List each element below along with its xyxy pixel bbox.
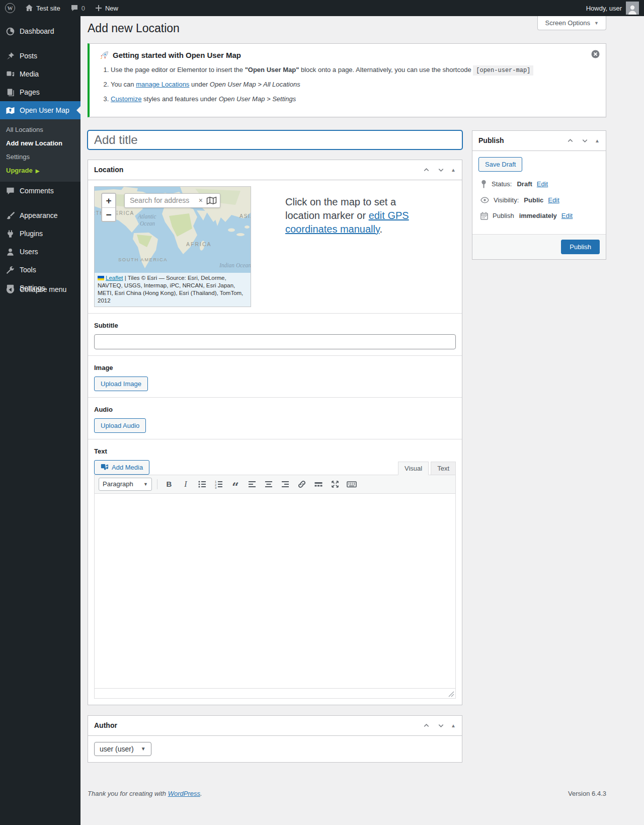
map-section: NORTH AMERICA Atlantic Ocean AFRICA SOUT… (88, 180, 462, 313)
link-icon[interactable] (295, 478, 308, 490)
visibility-eye-icon (480, 197, 489, 203)
location-panel: Location ▲ (88, 160, 462, 705)
tab-text[interactable]: Text (431, 462, 456, 475)
align-left-icon[interactable] (246, 478, 259, 490)
location-map[interactable]: NORTH AMERICA Atlantic Ocean AFRICA SOUT… (94, 186, 251, 307)
keyboard-shortcuts-icon[interactable] (345, 478, 358, 490)
leaflet-link[interactable]: Leaflet (106, 275, 123, 281)
collapse-panel-icon[interactable]: ▲ (451, 167, 456, 173)
sidebar-item-open-user-map[interactable]: Open User Map (0, 101, 80, 119)
upload-image-button[interactable]: Upload Image (94, 377, 148, 391)
chevron-down-icon: ▼ (143, 482, 148, 487)
open-map-icon[interactable] (206, 196, 217, 205)
admin-bar-account[interactable]: Howdy, user (586, 2, 644, 15)
submenu-settings[interactable]: Settings (0, 150, 80, 164)
bullet-list-icon[interactable] (196, 478, 209, 490)
bold-button[interactable]: B (163, 478, 176, 490)
manage-locations-link[interactable]: manage Locations (136, 81, 189, 88)
wordpress-link[interactable]: WordPress (168, 790, 200, 797)
customize-link[interactable]: Customize (111, 95, 141, 103)
collapse-panel-icon[interactable]: ▲ (451, 723, 456, 728)
editor-toolbar: Paragraph ▼ B I 123 (95, 475, 455, 494)
comments-bubble-icon (70, 4, 78, 12)
submenu-all-locations[interactable]: All Locations (0, 123, 80, 136)
visibility-value: Public (524, 196, 543, 204)
sidebar-collapse-menu[interactable]: Collapse menu (0, 280, 80, 298)
save-draft-button[interactable]: Save Draft (478, 157, 522, 172)
wrench-icon (5, 265, 15, 275)
blockquote-button[interactable]: “ (229, 478, 242, 490)
sidebar-item-dashboard[interactable]: Dashboard (0, 22, 80, 40)
move-down-icon[interactable] (436, 165, 446, 175)
dismiss-notice-icon[interactable] (591, 50, 600, 58)
publish-panel-body: Save Draft Status: Draft Edit (472, 151, 606, 234)
move-up-icon[interactable] (422, 721, 431, 730)
sidebar-item-media[interactable]: Media (0, 65, 80, 83)
notice-step-2: You can manage Locations under Open User… (111, 80, 586, 90)
svg-text:3: 3 (215, 486, 217, 489)
schedule-value: immediately (519, 212, 557, 219)
admin-sidebar: Dashboard Posts Media Pages Open User Ma… (0, 16, 80, 825)
submenu-add-new-location[interactable]: Add new Location (0, 136, 80, 150)
page-title: Add new Location (88, 16, 606, 38)
svg-text:SOUTH AMERICA: SOUTH AMERICA (118, 257, 168, 262)
notice-step-1: Use the page editor or Elementor to inse… (111, 65, 586, 76)
zoom-in-button[interactable]: + (102, 194, 115, 207)
collapse-panel-icon[interactable]: ▲ (595, 138, 600, 143)
move-up-icon[interactable] (566, 136, 575, 145)
screen-options-button[interactable]: Screen Options ▼ (537, 16, 606, 30)
move-down-icon[interactable] (580, 136, 590, 145)
title-input[interactable] (88, 130, 462, 149)
edit-status-link[interactable]: Edit (537, 180, 548, 188)
align-right-icon[interactable] (279, 478, 292, 490)
add-media-button[interactable]: Add Media (94, 460, 149, 475)
tab-visual[interactable]: Visual (398, 462, 429, 475)
editor-content-area[interactable] (95, 494, 455, 688)
media-icon (5, 69, 15, 79)
author-section: user (user) ▼ (88, 736, 462, 762)
sidebar-item-appearance[interactable]: Appearance (0, 206, 80, 224)
admin-bar-site[interactable]: Test site (20, 0, 65, 16)
rocket-icon (100, 51, 109, 60)
clear-search-icon[interactable]: × (197, 196, 204, 204)
sidebar-item-users[interactable]: Users (0, 243, 80, 261)
publish-button[interactable]: Publish (561, 240, 600, 254)
add-media-icon (101, 464, 109, 471)
resize-handle[interactable] (448, 691, 454, 697)
wordpress-logo-menu[interactable]: W (0, 0, 20, 16)
sidebar-item-posts[interactable]: Posts (0, 47, 80, 65)
edit-schedule-link[interactable]: Edit (561, 212, 573, 219)
edit-visibility-link[interactable]: Edit (548, 196, 559, 204)
author-select[interactable]: user (user) ▼ (94, 742, 151, 756)
align-center-icon[interactable] (262, 478, 275, 490)
author-panel-title: Author (94, 721, 117, 729)
admin-bar-new[interactable]: New (90, 0, 123, 16)
sidebar-item-pages[interactable]: Pages (0, 83, 80, 101)
fullscreen-icon[interactable] (329, 478, 342, 490)
italic-button[interactable]: I (179, 478, 192, 490)
move-down-icon[interactable] (436, 721, 446, 730)
footer-version: Version 6.4.3 (568, 790, 606, 797)
numbered-list-icon[interactable]: 123 (212, 478, 225, 490)
admin-bar-comments[interactable]: 0 (65, 0, 90, 16)
map-zoom-control: + − (101, 193, 116, 222)
sidebar-item-plugins[interactable]: Plugins (0, 224, 80, 243)
svg-text:Indian Ocean: Indian Ocean (219, 262, 251, 268)
paragraph-format-select[interactable]: Paragraph ▼ (99, 478, 152, 491)
submenu-upgrade[interactable]: Upgrade▶ (0, 164, 80, 177)
subtitle-input[interactable] (94, 334, 456, 349)
sidebar-item-tools[interactable]: Tools (0, 261, 80, 279)
upload-audio-button[interactable]: Upload Audio (94, 418, 146, 433)
address-search-input[interactable] (130, 196, 195, 204)
author-panel-header: Author ▲ (88, 716, 462, 736)
comment-count: 0 (82, 5, 85, 12)
svg-text:Atlantic: Atlantic (137, 213, 156, 219)
zoom-out-button[interactable]: − (102, 207, 115, 221)
sidebar-item-comments[interactable]: Comments (0, 182, 80, 200)
user-icon (5, 247, 15, 257)
move-up-icon[interactable] (422, 165, 431, 175)
read-more-icon[interactable] (312, 478, 325, 490)
toolbar-separator (157, 479, 157, 489)
editor-statusbar (95, 688, 455, 698)
visibility-row: Visibility: Public Edit (480, 196, 600, 204)
